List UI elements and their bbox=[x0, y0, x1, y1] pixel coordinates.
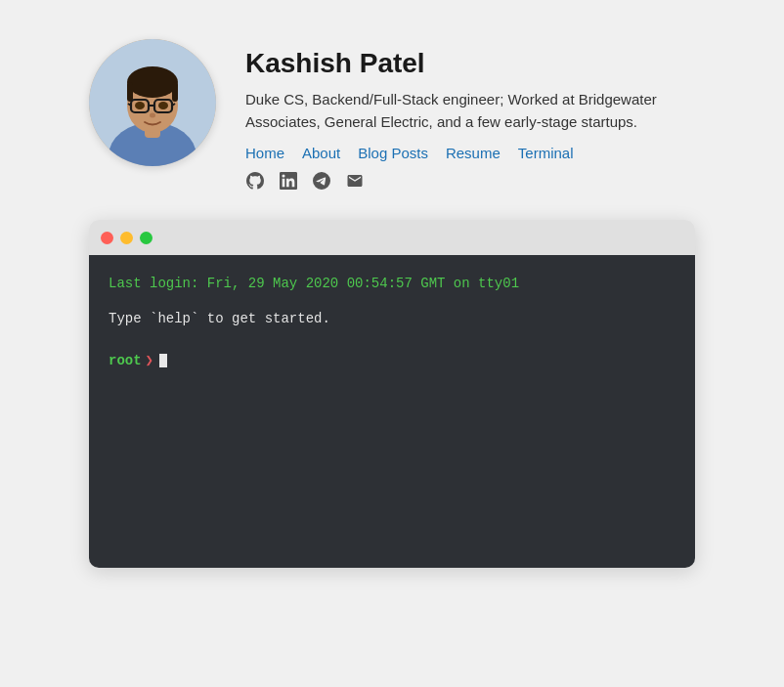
profile-section: Kashish Patel Duke CS, Backend/Full-Stac… bbox=[89, 39, 695, 191]
telegram-icon[interactable] bbox=[312, 171, 331, 191]
page-container: Kashish Patel Duke CS, Backend/Full-Stac… bbox=[89, 39, 695, 568]
terminal-prompt: root ❯ bbox=[109, 350, 675, 371]
nav-link-blog-posts[interactable]: Blog Posts bbox=[358, 145, 428, 161]
terminal-container: Last login: Fri, 29 May 2020 00:54:57 GM… bbox=[89, 220, 695, 568]
profile-name: Kashish Patel bbox=[245, 47, 695, 80]
terminal-prompt-arrow: ❯ bbox=[146, 350, 153, 371]
svg-point-4 bbox=[127, 66, 178, 98]
profile-bio: Duke CS, Backend/Full-Stack engineer; Wo… bbox=[245, 88, 695, 134]
nav-links: Home About Blog Posts Resume Terminal bbox=[245, 145, 695, 161]
nav-link-resume[interactable]: Resume bbox=[446, 145, 501, 161]
terminal-titlebar bbox=[89, 220, 695, 255]
terminal-login-line: Last login: Fri, 29 May 2020 00:54:57 GM… bbox=[109, 273, 675, 294]
email-icon[interactable] bbox=[345, 171, 365, 191]
svg-rect-5 bbox=[127, 82, 133, 102]
svg-point-13 bbox=[158, 102, 168, 109]
svg-point-12 bbox=[135, 102, 145, 109]
terminal-help-line: Type `help` to get started. bbox=[109, 308, 675, 329]
nav-link-home[interactable]: Home bbox=[245, 145, 284, 161]
linkedin-icon[interactable] bbox=[279, 171, 298, 191]
terminal-prompt-user: root bbox=[109, 350, 142, 371]
social-links bbox=[245, 171, 695, 191]
terminal-cursor bbox=[159, 354, 167, 367]
profile-info: Kashish Patel Duke CS, Backend/Full-Stac… bbox=[245, 39, 695, 191]
avatar bbox=[89, 39, 216, 166]
nav-link-about[interactable]: About bbox=[302, 145, 340, 161]
terminal-minimize-button[interactable] bbox=[120, 232, 133, 244]
terminal-maximize-button[interactable] bbox=[140, 232, 152, 244]
svg-point-14 bbox=[150, 113, 155, 118]
nav-link-terminal[interactable]: Terminal bbox=[518, 145, 574, 161]
svg-rect-6 bbox=[172, 82, 178, 102]
terminal-body[interactable]: Last login: Fri, 29 May 2020 00:54:57 GM… bbox=[89, 255, 695, 568]
github-icon[interactable] bbox=[245, 171, 265, 191]
terminal-close-button[interactable] bbox=[101, 232, 113, 244]
